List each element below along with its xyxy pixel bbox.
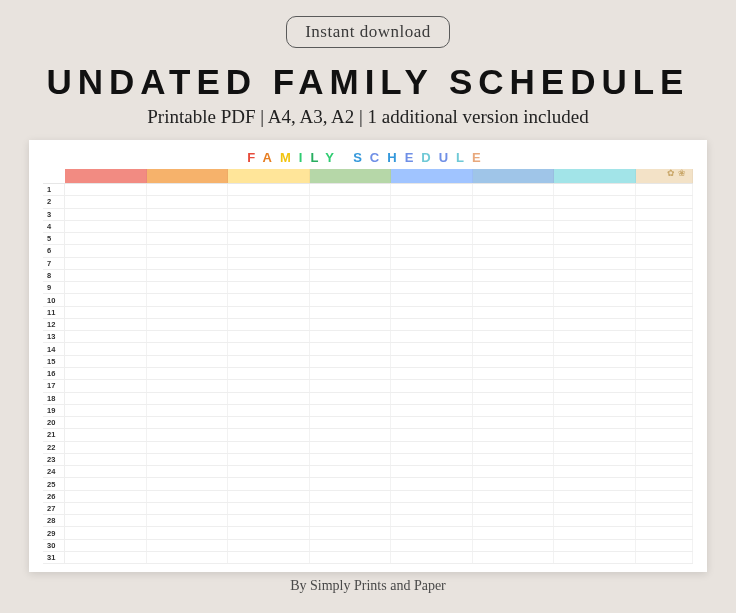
- cell: [228, 429, 310, 440]
- cell: [554, 393, 636, 404]
- cell: [554, 307, 636, 318]
- cell: [391, 356, 473, 367]
- sheet-title-letter: Y: [325, 150, 341, 165]
- cell: [391, 442, 473, 453]
- cell: [310, 282, 392, 293]
- cell: [554, 282, 636, 293]
- cell: [228, 405, 310, 416]
- cell: [554, 442, 636, 453]
- table-row: 6: [43, 245, 693, 257]
- table-row: 4: [43, 221, 693, 233]
- cell: [391, 221, 473, 232]
- table-row: 1: [43, 184, 693, 196]
- cell: [228, 221, 310, 232]
- cell: [147, 454, 229, 465]
- cell: [65, 196, 147, 207]
- row-number: 18: [43, 393, 65, 404]
- cell: [473, 466, 555, 477]
- cell: [228, 331, 310, 342]
- page-subtitle: Printable PDF | A4, A3, A2 | 1 additiona…: [147, 106, 588, 128]
- cell: [310, 270, 392, 281]
- table-row: 14: [43, 343, 693, 355]
- sheet-title-letter: L: [310, 150, 325, 165]
- row-number: 8: [43, 270, 65, 281]
- cell: [310, 393, 392, 404]
- row-number: 24: [43, 466, 65, 477]
- cell: [65, 503, 147, 514]
- cell: [391, 184, 473, 195]
- table-row: 7: [43, 258, 693, 270]
- cell: [310, 184, 392, 195]
- row-number: 2: [43, 196, 65, 207]
- cell: [554, 356, 636, 367]
- cell: [65, 331, 147, 342]
- cell: [310, 478, 392, 489]
- cell: [310, 294, 392, 305]
- column-header: [310, 169, 392, 183]
- cell: [310, 540, 392, 551]
- table-row: 24: [43, 466, 693, 478]
- cell: [147, 221, 229, 232]
- cell: [473, 221, 555, 232]
- cell: [473, 184, 555, 195]
- cell: [636, 442, 693, 453]
- cell: [554, 221, 636, 232]
- cell: [65, 184, 147, 195]
- cell: [391, 405, 473, 416]
- cell: [473, 282, 555, 293]
- row-number: 1: [43, 184, 65, 195]
- cell: [391, 233, 473, 244]
- row-number: 27: [43, 503, 65, 514]
- column-header: [65, 169, 147, 183]
- cell: [473, 515, 555, 526]
- cell: [228, 258, 310, 269]
- cell: [636, 258, 693, 269]
- table-row: 3: [43, 209, 693, 221]
- cell: [228, 184, 310, 195]
- cell: [228, 196, 310, 207]
- cell: [310, 380, 392, 391]
- cell: [147, 540, 229, 551]
- table-row: 12: [43, 319, 693, 331]
- table-row: 20: [43, 417, 693, 429]
- cell: [636, 478, 693, 489]
- cell: [391, 515, 473, 526]
- cell: [391, 380, 473, 391]
- sheet-title-letter: [342, 150, 354, 165]
- cell: [473, 233, 555, 244]
- instant-download-badge: Instant download: [286, 16, 450, 48]
- row-number: 10: [43, 294, 65, 305]
- table-row: 27: [43, 503, 693, 515]
- table-row: 8: [43, 270, 693, 282]
- cell: [65, 209, 147, 220]
- cell: [473, 393, 555, 404]
- cell: [310, 343, 392, 354]
- cell: [473, 478, 555, 489]
- cell: [228, 478, 310, 489]
- cell: [636, 429, 693, 440]
- cell: [554, 343, 636, 354]
- cell: [636, 393, 693, 404]
- table-row: 17: [43, 380, 693, 392]
- cell: [65, 466, 147, 477]
- cell: [391, 466, 473, 477]
- cell: [554, 331, 636, 342]
- cell: [636, 454, 693, 465]
- cell: [310, 515, 392, 526]
- cell: [147, 417, 229, 428]
- table-row: 2: [43, 196, 693, 208]
- row-number: 14: [43, 343, 65, 354]
- column-header: [554, 169, 636, 183]
- cell: [228, 270, 310, 281]
- cell: [147, 429, 229, 440]
- cell: [65, 282, 147, 293]
- column-header: [391, 169, 473, 183]
- cell: [473, 196, 555, 207]
- cell: [65, 540, 147, 551]
- cell: [554, 196, 636, 207]
- row-number: 5: [43, 233, 65, 244]
- table-row: 19: [43, 405, 693, 417]
- cell: [228, 552, 310, 563]
- cell: [65, 491, 147, 502]
- cell: [636, 527, 693, 538]
